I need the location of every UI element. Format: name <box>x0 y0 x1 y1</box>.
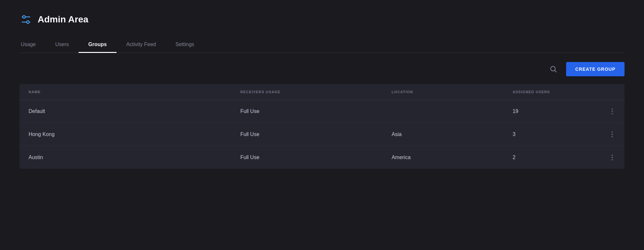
tab-usage[interactable]: Usage <box>19 38 45 53</box>
svg-point-1 <box>23 16 25 18</box>
tab-groups[interactable]: Groups <box>79 38 117 53</box>
row-actions-button-hongkong[interactable] <box>609 130 615 139</box>
admin-logo-icon <box>19 13 32 26</box>
column-header-receivers: RECEIVERS USAGE <box>231 84 382 100</box>
dot-icon <box>612 157 613 158</box>
groups-table-container: NAME RECEIVERS USAGE LOCATION ASSIGNED U… <box>19 84 625 169</box>
table-row: Austin Full Use America 2 <box>19 146 625 169</box>
table-header-row: NAME RECEIVERS USAGE LOCATION ASSIGNED U… <box>19 84 625 100</box>
tab-settings[interactable]: Settings <box>166 38 204 53</box>
svg-line-5 <box>555 70 556 72</box>
cell-location-hongkong: Asia <box>382 123 503 146</box>
toolbar: CREATE GROUP <box>19 53 625 84</box>
cell-location-austin: America <box>382 146 503 169</box>
nav-tabs: Usage Users Groups Activity Feed Setting… <box>19 38 625 53</box>
column-header-actions <box>594 84 625 100</box>
app-title: Admin Area <box>38 14 88 25</box>
dot-icon <box>612 131 613 133</box>
svg-point-3 <box>27 21 29 23</box>
dot-icon <box>612 155 613 156</box>
table-row: Hong Kong Full Use Asia 3 <box>19 123 625 146</box>
search-icon <box>550 66 557 73</box>
column-header-location: LOCATION <box>382 84 503 100</box>
cell-assigned-hongkong: 3 <box>503 123 594 146</box>
row-actions-button-default[interactable] <box>609 107 615 116</box>
cell-name-default: Default <box>19 100 231 123</box>
cell-name-austin: Austin <box>19 146 231 169</box>
table-row: Default Full Use 19 <box>19 100 625 123</box>
dot-icon <box>612 134 613 135</box>
cell-actions-austin <box>594 146 625 169</box>
create-group-button[interactable]: CREATE GROUP <box>566 62 625 76</box>
dot-icon <box>612 159 613 160</box>
app-container: Admin Area Usage Users Groups Activity F… <box>0 0 644 169</box>
cell-actions-hongkong <box>594 123 625 146</box>
cell-actions-default <box>594 100 625 123</box>
cell-receivers-default: Full Use <box>231 100 382 123</box>
search-button[interactable] <box>547 63 560 75</box>
cell-assigned-default: 19 <box>503 100 594 123</box>
dot-icon <box>612 108 613 110</box>
dot-icon <box>612 136 613 137</box>
cell-receivers-hongkong: Full Use <box>231 123 382 146</box>
tab-activity-feed[interactable]: Activity Feed <box>117 38 166 53</box>
tab-users[interactable]: Users <box>45 38 79 53</box>
dot-icon <box>612 111 613 112</box>
dot-icon <box>612 113 613 114</box>
cell-location-default <box>382 100 503 123</box>
row-actions-button-austin[interactable] <box>609 153 615 162</box>
column-header-name: NAME <box>19 84 231 100</box>
cell-name-hongkong: Hong Kong <box>19 123 231 146</box>
groups-table: NAME RECEIVERS USAGE LOCATION ASSIGNED U… <box>19 84 625 169</box>
cell-assigned-austin: 2 <box>503 146 594 169</box>
cell-receivers-austin: Full Use <box>231 146 382 169</box>
column-header-assigned: ASSIGNED USERS <box>503 84 594 100</box>
header: Admin Area <box>19 13 625 26</box>
